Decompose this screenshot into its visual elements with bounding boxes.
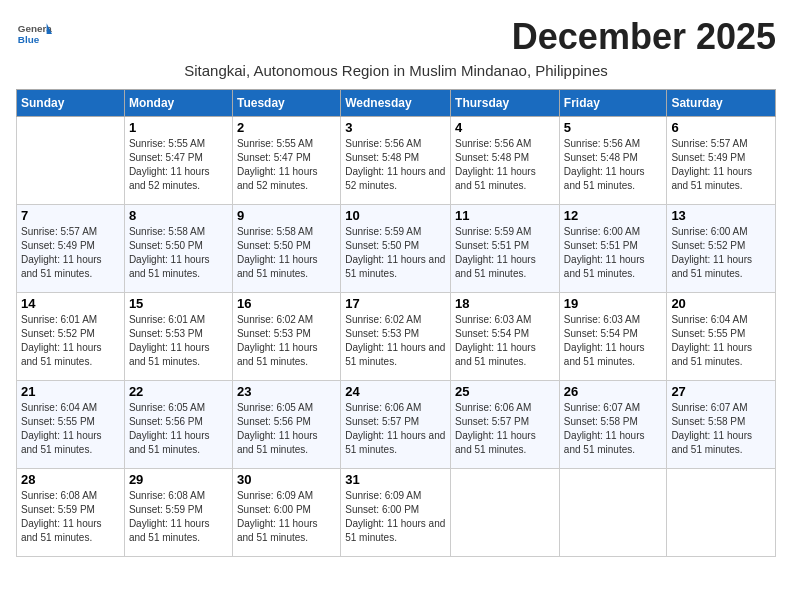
- calendar-cell: 7Sunrise: 5:57 AMSunset: 5:49 PMDaylight…: [17, 205, 125, 293]
- day-info: Sunrise: 5:56 AMSunset: 5:48 PMDaylight:…: [345, 137, 446, 193]
- day-info: Sunrise: 5:59 AMSunset: 5:51 PMDaylight:…: [455, 225, 555, 281]
- day-number: 9: [237, 208, 336, 223]
- calendar-cell: 13Sunrise: 6:00 AMSunset: 5:52 PMDayligh…: [667, 205, 776, 293]
- header-cell-sunday: Sunday: [17, 90, 125, 117]
- calendar-cell: 4Sunrise: 5:56 AMSunset: 5:48 PMDaylight…: [451, 117, 560, 205]
- day-info: Sunrise: 6:03 AMSunset: 5:54 PMDaylight:…: [455, 313, 555, 369]
- header-cell-tuesday: Tuesday: [232, 90, 340, 117]
- day-number: 27: [671, 384, 771, 399]
- day-info: Sunrise: 6:09 AMSunset: 6:00 PMDaylight:…: [237, 489, 336, 545]
- day-info: Sunrise: 6:03 AMSunset: 5:54 PMDaylight:…: [564, 313, 663, 369]
- calendar-cell: 11Sunrise: 5:59 AMSunset: 5:51 PMDayligh…: [451, 205, 560, 293]
- day-info: Sunrise: 6:09 AMSunset: 6:00 PMDaylight:…: [345, 489, 446, 545]
- calendar-cell: 9Sunrise: 5:58 AMSunset: 5:50 PMDaylight…: [232, 205, 340, 293]
- day-number: 2: [237, 120, 336, 135]
- subtitle: Sitangkai, Autonomous Region in Muslim M…: [16, 62, 776, 79]
- calendar-cell: 28Sunrise: 6:08 AMSunset: 5:59 PMDayligh…: [17, 469, 125, 557]
- calendar-cell: 24Sunrise: 6:06 AMSunset: 5:57 PMDayligh…: [341, 381, 451, 469]
- day-info: Sunrise: 5:55 AMSunset: 5:47 PMDaylight:…: [237, 137, 336, 193]
- calendar-cell: 14Sunrise: 6:01 AMSunset: 5:52 PMDayligh…: [17, 293, 125, 381]
- day-number: 23: [237, 384, 336, 399]
- calendar-cell: 8Sunrise: 5:58 AMSunset: 5:50 PMDaylight…: [124, 205, 232, 293]
- calendar-table: SundayMondayTuesdayWednesdayThursdayFrid…: [16, 89, 776, 557]
- header-cell-thursday: Thursday: [451, 90, 560, 117]
- day-number: 30: [237, 472, 336, 487]
- header-cell-friday: Friday: [559, 90, 667, 117]
- day-info: Sunrise: 5:56 AMSunset: 5:48 PMDaylight:…: [564, 137, 663, 193]
- calendar-cell: [451, 469, 560, 557]
- day-number: 4: [455, 120, 555, 135]
- day-info: Sunrise: 5:57 AMSunset: 5:49 PMDaylight:…: [21, 225, 120, 281]
- calendar-body: 1Sunrise: 5:55 AMSunset: 5:47 PMDaylight…: [17, 117, 776, 557]
- day-number: 25: [455, 384, 555, 399]
- day-info: Sunrise: 5:56 AMSunset: 5:48 PMDaylight:…: [455, 137, 555, 193]
- day-number: 16: [237, 296, 336, 311]
- header-cell-saturday: Saturday: [667, 90, 776, 117]
- day-info: Sunrise: 6:08 AMSunset: 5:59 PMDaylight:…: [21, 489, 120, 545]
- day-number: 1: [129, 120, 228, 135]
- day-number: 31: [345, 472, 446, 487]
- day-number: 20: [671, 296, 771, 311]
- day-info: Sunrise: 5:59 AMSunset: 5:50 PMDaylight:…: [345, 225, 446, 281]
- calendar-cell: 23Sunrise: 6:05 AMSunset: 5:56 PMDayligh…: [232, 381, 340, 469]
- calendar-cell: [17, 117, 125, 205]
- day-info: Sunrise: 6:01 AMSunset: 5:53 PMDaylight:…: [129, 313, 228, 369]
- day-number: 22: [129, 384, 228, 399]
- day-number: 5: [564, 120, 663, 135]
- calendar-cell: 3Sunrise: 5:56 AMSunset: 5:48 PMDaylight…: [341, 117, 451, 205]
- day-number: 19: [564, 296, 663, 311]
- calendar-cell: 15Sunrise: 6:01 AMSunset: 5:53 PMDayligh…: [124, 293, 232, 381]
- calendar-cell: 31Sunrise: 6:09 AMSunset: 6:00 PMDayligh…: [341, 469, 451, 557]
- calendar-cell: 18Sunrise: 6:03 AMSunset: 5:54 PMDayligh…: [451, 293, 560, 381]
- day-info: Sunrise: 6:06 AMSunset: 5:57 PMDaylight:…: [345, 401, 446, 457]
- calendar-cell: [667, 469, 776, 557]
- day-number: 24: [345, 384, 446, 399]
- calendar-cell: 20Sunrise: 6:04 AMSunset: 5:55 PMDayligh…: [667, 293, 776, 381]
- day-number: 29: [129, 472, 228, 487]
- day-number: 10: [345, 208, 446, 223]
- day-info: Sunrise: 6:07 AMSunset: 5:58 PMDaylight:…: [564, 401, 663, 457]
- day-info: Sunrise: 6:07 AMSunset: 5:58 PMDaylight:…: [671, 401, 771, 457]
- day-info: Sunrise: 6:05 AMSunset: 5:56 PMDaylight:…: [129, 401, 228, 457]
- day-info: Sunrise: 6:04 AMSunset: 5:55 PMDaylight:…: [671, 313, 771, 369]
- day-info: Sunrise: 6:05 AMSunset: 5:56 PMDaylight:…: [237, 401, 336, 457]
- calendar-cell: 22Sunrise: 6:05 AMSunset: 5:56 PMDayligh…: [124, 381, 232, 469]
- calendar-cell: 12Sunrise: 6:00 AMSunset: 5:51 PMDayligh…: [559, 205, 667, 293]
- calendar-cell: 25Sunrise: 6:06 AMSunset: 5:57 PMDayligh…: [451, 381, 560, 469]
- day-number: 28: [21, 472, 120, 487]
- calendar-cell: 5Sunrise: 5:56 AMSunset: 5:48 PMDaylight…: [559, 117, 667, 205]
- calendar-cell: [559, 469, 667, 557]
- header-cell-wednesday: Wednesday: [341, 90, 451, 117]
- day-number: 8: [129, 208, 228, 223]
- day-info: Sunrise: 6:01 AMSunset: 5:52 PMDaylight:…: [21, 313, 120, 369]
- day-number: 15: [129, 296, 228, 311]
- svg-text:Blue: Blue: [18, 34, 40, 45]
- calendar-cell: 1Sunrise: 5:55 AMSunset: 5:47 PMDaylight…: [124, 117, 232, 205]
- calendar-cell: 27Sunrise: 6:07 AMSunset: 5:58 PMDayligh…: [667, 381, 776, 469]
- calendar-cell: 21Sunrise: 6:04 AMSunset: 5:55 PMDayligh…: [17, 381, 125, 469]
- day-number: 17: [345, 296, 446, 311]
- day-number: 13: [671, 208, 771, 223]
- day-info: Sunrise: 5:55 AMSunset: 5:47 PMDaylight:…: [129, 137, 228, 193]
- calendar-cell: 10Sunrise: 5:59 AMSunset: 5:50 PMDayligh…: [341, 205, 451, 293]
- calendar-cell: 30Sunrise: 6:09 AMSunset: 6:00 PMDayligh…: [232, 469, 340, 557]
- calendar-cell: 6Sunrise: 5:57 AMSunset: 5:49 PMDaylight…: [667, 117, 776, 205]
- logo-icon: General Blue: [16, 16, 52, 52]
- day-info: Sunrise: 5:57 AMSunset: 5:49 PMDaylight:…: [671, 137, 771, 193]
- calendar-cell: 17Sunrise: 6:02 AMSunset: 5:53 PMDayligh…: [341, 293, 451, 381]
- calendar-week-row: 14Sunrise: 6:01 AMSunset: 5:52 PMDayligh…: [17, 293, 776, 381]
- day-info: Sunrise: 6:04 AMSunset: 5:55 PMDaylight:…: [21, 401, 120, 457]
- day-number: 6: [671, 120, 771, 135]
- day-number: 14: [21, 296, 120, 311]
- month-title: December 2025: [512, 16, 776, 58]
- day-info: Sunrise: 6:00 AMSunset: 5:52 PMDaylight:…: [671, 225, 771, 281]
- day-info: Sunrise: 6:00 AMSunset: 5:51 PMDaylight:…: [564, 225, 663, 281]
- day-number: 21: [21, 384, 120, 399]
- day-number: 3: [345, 120, 446, 135]
- day-number: 7: [21, 208, 120, 223]
- calendar-cell: 26Sunrise: 6:07 AMSunset: 5:58 PMDayligh…: [559, 381, 667, 469]
- header-cell-monday: Monday: [124, 90, 232, 117]
- day-number: 26: [564, 384, 663, 399]
- logo: General Blue: [16, 16, 54, 52]
- header: General Blue December 2025: [16, 16, 776, 58]
